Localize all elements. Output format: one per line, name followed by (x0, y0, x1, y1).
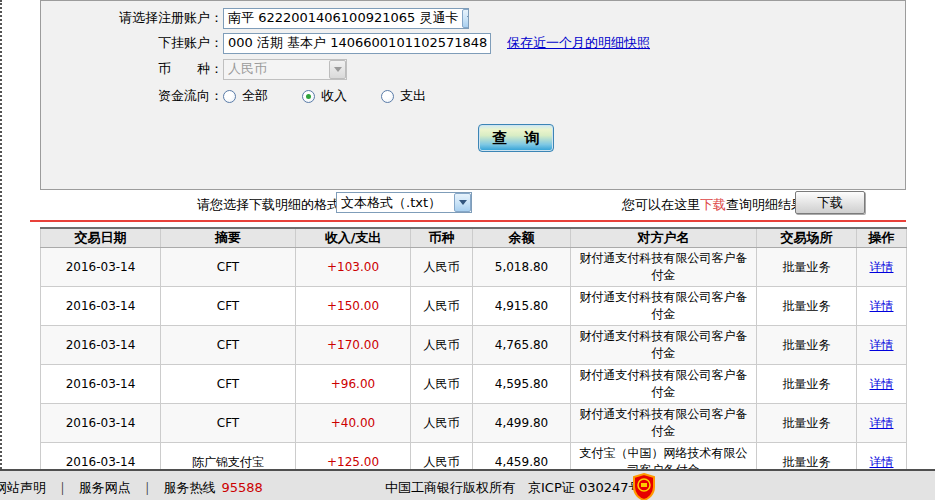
cell-counterparty: 财付通支付科技有限公司客户备付金 (571, 365, 757, 404)
query-button[interactable]: 查 询 (478, 124, 554, 152)
currency-label: 币 种： (41, 60, 223, 78)
cell-counterparty: 财付通支付科技有限公司客户备付金 (571, 326, 757, 365)
cell-counterparty: 财付通支付科技有限公司客户备付金 (571, 248, 757, 287)
save-snapshot-link[interactable]: 保存近一个月的明细快照 (507, 34, 650, 52)
cell-balance: 4,765.80 (473, 326, 571, 365)
flow-option-all[interactable]: 全部 (223, 87, 268, 105)
table-header-row: 交易日期 摘要 收入/支出 币种 余额 对方户名 交易场所 操作 (41, 228, 907, 248)
col-header-date: 交易日期 (41, 228, 161, 248)
footer-link-branches[interactable]: 服务网点 (79, 480, 131, 495)
cell-balance: 4,595.80 (473, 365, 571, 404)
download-format-label: 请您选择下载明细的格式 (197, 196, 340, 214)
cell-venue: 批量业务 (757, 287, 857, 326)
footer-hotline-label: 服务热线 (163, 480, 215, 495)
register-account-value: 南平 6222001406100921065 灵通卡 (224, 9, 462, 27)
flow-label: 资金流向： (41, 87, 223, 105)
register-account-select[interactable]: 南平 6222001406100921065 灵通卡 (223, 8, 469, 29)
download-hint-prefix: 您可以在这里 (622, 197, 700, 212)
sub-account-label: 下挂账户： (41, 34, 223, 52)
cell-amount: +96.00 (296, 365, 411, 404)
download-format-value: 文本格式（.txt） (337, 194, 445, 212)
download-hint-suffix: 查询明细结果 (726, 197, 804, 212)
col-header-balance: 余额 (473, 228, 571, 248)
detail-link[interactable]: 详情 (870, 416, 894, 430)
radio-icon[interactable] (223, 90, 236, 103)
detail-link[interactable]: 详情 (870, 377, 894, 391)
cell-date: 2016-03-14 (41, 404, 161, 443)
cell-date: 2016-03-14 (41, 326, 161, 365)
left-dotted-border (0, 0, 2, 500)
download-hint-highlight[interactable]: 下载 (700, 197, 726, 212)
cell-counterparty: 财付通支付科技有限公司客户备付金 (571, 404, 757, 443)
cell-summary: CFT (161, 326, 296, 365)
footer-separator: ｜ (56, 480, 69, 495)
currency-select: 人民币 (223, 59, 347, 80)
cell-balance: 5,018.80 (473, 248, 571, 287)
page: 请选择注册账户： 南平 6222001406100921065 灵通卡 下挂账户… (0, 0, 935, 500)
footer: 网站声明｜服务网点｜服务热线95588 中国工商银行版权所有 京ICP证 030… (0, 469, 935, 500)
cell-venue: 批量业务 (757, 404, 857, 443)
flow-option-expense[interactable]: 支出 (381, 87, 426, 105)
radio-icon[interactable] (381, 90, 394, 103)
cell-currency: 人民币 (411, 287, 473, 326)
cell-summary: CFT (161, 365, 296, 404)
table-row: 2016-03-14 CFT +103.00 人民币 5,018.80 财付通支… (41, 248, 907, 287)
flow-option-expense-label: 支出 (400, 87, 426, 105)
sub-account-select[interactable]: 000 活期 基本户 1406600101102571848 (223, 33, 491, 54)
detail-link[interactable]: 详情 (870, 260, 894, 274)
download-hint: 您可以在这里下载查询明细结果 (622, 196, 804, 214)
cell-amount: +103.00 (296, 248, 411, 287)
detail-link[interactable]: 详情 (870, 455, 894, 469)
chevron-down-icon[interactable] (454, 193, 471, 212)
cell-currency: 人民币 (411, 326, 473, 365)
download-button[interactable]: 下载 (795, 191, 865, 214)
cell-balance: 4,499.80 (473, 404, 571, 443)
flow-radio-group: 全部 收入 支出 (223, 87, 460, 105)
register-account-row: 请选择注册账户： 南平 6222001406100921065 灵通卡 (41, 7, 469, 29)
cell-summary: CFT (161, 287, 296, 326)
table-row: 2016-03-14 CFT +40.00 人民币 4,499.80 财付通支付… (41, 404, 907, 443)
chevron-down-icon[interactable] (462, 9, 469, 28)
flow-option-income-label: 收入 (321, 87, 347, 105)
detail-link[interactable]: 详情 (870, 299, 894, 313)
query-form-panel: 请选择注册账户： 南平 6222001406100921065 灵通卡 下挂账户… (40, 0, 906, 190)
col-header-counterparty: 对方户名 (571, 228, 757, 248)
cell-amount: +150.00 (296, 287, 411, 326)
flow-row: 资金流向： 全部 收入 支出 (41, 85, 460, 107)
col-header-amount: 收入/支出 (296, 228, 411, 248)
footer-hotline-number: 95588 (221, 480, 262, 495)
cell-venue: 批量业务 (757, 248, 857, 287)
cell-date: 2016-03-14 (41, 287, 161, 326)
footer-links: 网站声明｜服务网点｜服务热线95588 (0, 479, 263, 497)
detail-link[interactable]: 详情 (870, 338, 894, 352)
cell-venue: 批量业务 (757, 365, 857, 404)
sub-account-row: 下挂账户： 000 活期 基本户 1406600101102571848 保存近… (41, 32, 650, 54)
download-format-select[interactable]: 文本格式（.txt） (336, 192, 472, 213)
table-row: 2016-03-14 CFT +150.00 人民币 4,915.80 财付通支… (41, 287, 907, 326)
security-badge-icon (632, 473, 656, 500)
radio-checked-icon[interactable] (302, 90, 315, 103)
cell-currency: 人民币 (411, 248, 473, 287)
footer-link-statement[interactable]: 网站声明 (0, 480, 46, 495)
currency-row: 币 种： 人民币 (41, 58, 347, 80)
cell-amount: +170.00 (296, 326, 411, 365)
cell-balance: 4,915.80 (473, 287, 571, 326)
cell-date: 2016-03-14 (41, 248, 161, 287)
cell-date: 2016-03-14 (41, 365, 161, 404)
flow-option-all-label: 全部 (242, 87, 268, 105)
footer-separator: ｜ (141, 480, 154, 495)
cell-currency: 人民币 (411, 404, 473, 443)
red-divider (30, 220, 906, 222)
table-row: 2016-03-14 CFT +170.00 人民币 4,765.80 财付通支… (41, 326, 907, 365)
currency-value: 人民币 (224, 60, 271, 78)
col-header-action: 操作 (857, 228, 907, 248)
table-row: 2016-03-14 CFT +96.00 人民币 4,595.80 财付通支付… (41, 365, 907, 404)
chevron-down-icon (329, 60, 346, 79)
transaction-table: 交易日期 摘要 收入/支出 币种 余额 对方户名 交易场所 操作 2016-03… (40, 227, 907, 482)
col-header-currency: 币种 (411, 228, 473, 248)
flow-option-income[interactable]: 收入 (302, 87, 347, 105)
cell-summary: CFT (161, 248, 296, 287)
col-header-summary: 摘要 (161, 228, 296, 248)
footer-copyright: 中国工商银行版权所有 京ICP证 030247号 (385, 479, 642, 497)
cell-amount: +40.00 (296, 404, 411, 443)
